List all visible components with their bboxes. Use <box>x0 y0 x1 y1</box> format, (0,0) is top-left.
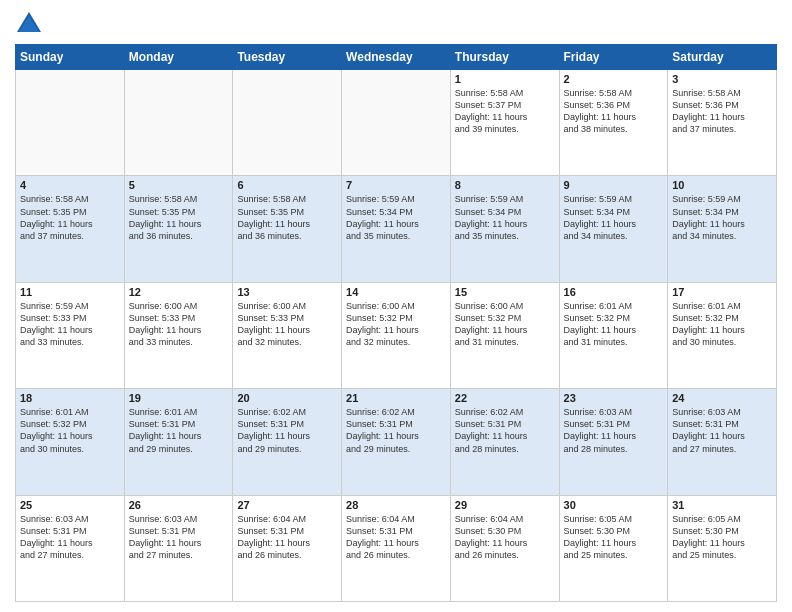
calendar-cell: 14Sunrise: 6:00 AM Sunset: 5:32 PM Dayli… <box>342 282 451 388</box>
day-number: 20 <box>237 392 337 404</box>
col-header-friday: Friday <box>559 45 668 70</box>
day-info: Sunrise: 6:02 AM Sunset: 5:31 PM Dayligh… <box>455 406 555 455</box>
calendar-cell: 24Sunrise: 6:03 AM Sunset: 5:31 PM Dayli… <box>668 389 777 495</box>
day-info: Sunrise: 5:59 AM Sunset: 5:34 PM Dayligh… <box>672 193 772 242</box>
day-info: Sunrise: 5:59 AM Sunset: 5:34 PM Dayligh… <box>455 193 555 242</box>
calendar-cell: 30Sunrise: 6:05 AM Sunset: 5:30 PM Dayli… <box>559 495 668 601</box>
day-info: Sunrise: 6:00 AM Sunset: 5:32 PM Dayligh… <box>346 300 446 349</box>
day-info: Sunrise: 5:58 AM Sunset: 5:35 PM Dayligh… <box>237 193 337 242</box>
calendar-week-3: 11Sunrise: 5:59 AM Sunset: 5:33 PM Dayli… <box>16 282 777 388</box>
logo <box>15 10 47 38</box>
calendar-header-row: SundayMondayTuesdayWednesdayThursdayFrid… <box>16 45 777 70</box>
calendar-cell: 26Sunrise: 6:03 AM Sunset: 5:31 PM Dayli… <box>124 495 233 601</box>
day-info: Sunrise: 5:59 AM Sunset: 5:34 PM Dayligh… <box>564 193 664 242</box>
day-number: 14 <box>346 286 446 298</box>
day-info: Sunrise: 5:58 AM Sunset: 5:37 PM Dayligh… <box>455 87 555 136</box>
calendar-cell: 12Sunrise: 6:00 AM Sunset: 5:33 PM Dayli… <box>124 282 233 388</box>
calendar-cell: 4Sunrise: 5:58 AM Sunset: 5:35 PM Daylig… <box>16 176 125 282</box>
day-info: Sunrise: 6:04 AM Sunset: 5:31 PM Dayligh… <box>346 513 446 562</box>
day-number: 15 <box>455 286 555 298</box>
day-number: 11 <box>20 286 120 298</box>
day-number: 17 <box>672 286 772 298</box>
calendar-cell: 21Sunrise: 6:02 AM Sunset: 5:31 PM Dayli… <box>342 389 451 495</box>
day-number: 24 <box>672 392 772 404</box>
day-number: 1 <box>455 73 555 85</box>
day-info: Sunrise: 6:02 AM Sunset: 5:31 PM Dayligh… <box>346 406 446 455</box>
calendar-week-4: 18Sunrise: 6:01 AM Sunset: 5:32 PM Dayli… <box>16 389 777 495</box>
calendar-cell: 6Sunrise: 5:58 AM Sunset: 5:35 PM Daylig… <box>233 176 342 282</box>
calendar-cell: 25Sunrise: 6:03 AM Sunset: 5:31 PM Dayli… <box>16 495 125 601</box>
day-number: 9 <box>564 179 664 191</box>
day-number: 29 <box>455 499 555 511</box>
day-info: Sunrise: 6:01 AM Sunset: 5:32 PM Dayligh… <box>672 300 772 349</box>
calendar-cell: 29Sunrise: 6:04 AM Sunset: 5:30 PM Dayli… <box>450 495 559 601</box>
col-header-sunday: Sunday <box>16 45 125 70</box>
calendar-cell: 3Sunrise: 5:58 AM Sunset: 5:36 PM Daylig… <box>668 70 777 176</box>
day-number: 2 <box>564 73 664 85</box>
col-header-monday: Monday <box>124 45 233 70</box>
calendar-cell: 5Sunrise: 5:58 AM Sunset: 5:35 PM Daylig… <box>124 176 233 282</box>
day-info: Sunrise: 5:58 AM Sunset: 5:35 PM Dayligh… <box>20 193 120 242</box>
day-info: Sunrise: 5:58 AM Sunset: 5:35 PM Dayligh… <box>129 193 229 242</box>
day-number: 30 <box>564 499 664 511</box>
day-number: 22 <box>455 392 555 404</box>
day-number: 26 <box>129 499 229 511</box>
logo-icon <box>15 10 43 38</box>
calendar-cell: 23Sunrise: 6:03 AM Sunset: 5:31 PM Dayli… <box>559 389 668 495</box>
day-number: 21 <box>346 392 446 404</box>
calendar-cell: 28Sunrise: 6:04 AM Sunset: 5:31 PM Dayli… <box>342 495 451 601</box>
day-number: 8 <box>455 179 555 191</box>
calendar-cell: 15Sunrise: 6:00 AM Sunset: 5:32 PM Dayli… <box>450 282 559 388</box>
day-number: 7 <box>346 179 446 191</box>
col-header-wednesday: Wednesday <box>342 45 451 70</box>
calendar-cell <box>124 70 233 176</box>
day-info: Sunrise: 6:01 AM Sunset: 5:32 PM Dayligh… <box>20 406 120 455</box>
calendar-cell <box>16 70 125 176</box>
day-info: Sunrise: 6:00 AM Sunset: 5:33 PM Dayligh… <box>237 300 337 349</box>
calendar-week-2: 4Sunrise: 5:58 AM Sunset: 5:35 PM Daylig… <box>16 176 777 282</box>
calendar-cell <box>233 70 342 176</box>
calendar-cell: 18Sunrise: 6:01 AM Sunset: 5:32 PM Dayli… <box>16 389 125 495</box>
day-info: Sunrise: 6:03 AM Sunset: 5:31 PM Dayligh… <box>129 513 229 562</box>
calendar-cell: 8Sunrise: 5:59 AM Sunset: 5:34 PM Daylig… <box>450 176 559 282</box>
calendar-cell: 19Sunrise: 6:01 AM Sunset: 5:31 PM Dayli… <box>124 389 233 495</box>
calendar-cell: 22Sunrise: 6:02 AM Sunset: 5:31 PM Dayli… <box>450 389 559 495</box>
calendar-cell: 10Sunrise: 5:59 AM Sunset: 5:34 PM Dayli… <box>668 176 777 282</box>
day-number: 6 <box>237 179 337 191</box>
calendar-cell: 1Sunrise: 5:58 AM Sunset: 5:37 PM Daylig… <box>450 70 559 176</box>
page: SundayMondayTuesdayWednesdayThursdayFrid… <box>0 0 792 612</box>
col-header-saturday: Saturday <box>668 45 777 70</box>
calendar-cell: 27Sunrise: 6:04 AM Sunset: 5:31 PM Dayli… <box>233 495 342 601</box>
day-info: Sunrise: 5:58 AM Sunset: 5:36 PM Dayligh… <box>564 87 664 136</box>
col-header-tuesday: Tuesday <box>233 45 342 70</box>
calendar-cell: 13Sunrise: 6:00 AM Sunset: 5:33 PM Dayli… <box>233 282 342 388</box>
calendar-cell: 20Sunrise: 6:02 AM Sunset: 5:31 PM Dayli… <box>233 389 342 495</box>
day-number: 31 <box>672 499 772 511</box>
day-number: 23 <box>564 392 664 404</box>
calendar-cell <box>342 70 451 176</box>
day-info: Sunrise: 6:05 AM Sunset: 5:30 PM Dayligh… <box>672 513 772 562</box>
calendar-week-5: 25Sunrise: 6:03 AM Sunset: 5:31 PM Dayli… <box>16 495 777 601</box>
col-header-thursday: Thursday <box>450 45 559 70</box>
day-info: Sunrise: 6:03 AM Sunset: 5:31 PM Dayligh… <box>672 406 772 455</box>
day-number: 16 <box>564 286 664 298</box>
day-number: 25 <box>20 499 120 511</box>
calendar-week-1: 1Sunrise: 5:58 AM Sunset: 5:37 PM Daylig… <box>16 70 777 176</box>
day-number: 13 <box>237 286 337 298</box>
day-info: Sunrise: 5:58 AM Sunset: 5:36 PM Dayligh… <box>672 87 772 136</box>
calendar-cell: 9Sunrise: 5:59 AM Sunset: 5:34 PM Daylig… <box>559 176 668 282</box>
day-number: 5 <box>129 179 229 191</box>
day-info: Sunrise: 5:59 AM Sunset: 5:33 PM Dayligh… <box>20 300 120 349</box>
day-number: 18 <box>20 392 120 404</box>
calendar-cell: 2Sunrise: 5:58 AM Sunset: 5:36 PM Daylig… <box>559 70 668 176</box>
day-info: Sunrise: 6:04 AM Sunset: 5:30 PM Dayligh… <box>455 513 555 562</box>
calendar-cell: 17Sunrise: 6:01 AM Sunset: 5:32 PM Dayli… <box>668 282 777 388</box>
calendar-cell: 7Sunrise: 5:59 AM Sunset: 5:34 PM Daylig… <box>342 176 451 282</box>
day-info: Sunrise: 5:59 AM Sunset: 5:34 PM Dayligh… <box>346 193 446 242</box>
calendar-cell: 16Sunrise: 6:01 AM Sunset: 5:32 PM Dayli… <box>559 282 668 388</box>
day-info: Sunrise: 6:03 AM Sunset: 5:31 PM Dayligh… <box>564 406 664 455</box>
header <box>15 10 777 38</box>
day-info: Sunrise: 6:03 AM Sunset: 5:31 PM Dayligh… <box>20 513 120 562</box>
day-info: Sunrise: 6:01 AM Sunset: 5:31 PM Dayligh… <box>129 406 229 455</box>
day-info: Sunrise: 6:00 AM Sunset: 5:33 PM Dayligh… <box>129 300 229 349</box>
